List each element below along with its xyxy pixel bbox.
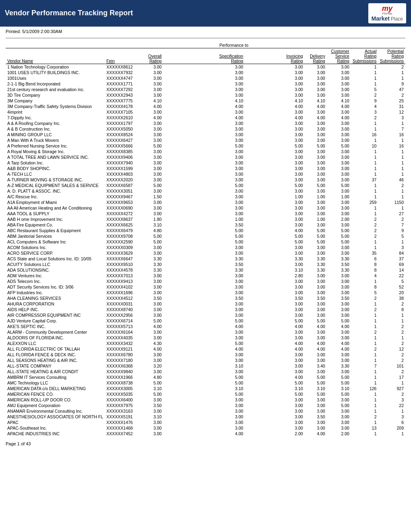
table-cell: 3.00: [245, 109, 305, 115]
table-cell: 52: [378, 284, 405, 290]
table-cell: 1: [378, 408, 405, 414]
table-cell: 3.00: [245, 307, 305, 312]
logo-area: my Florida Market Place: [368, 3, 406, 23]
table-cell: 3.00: [141, 408, 163, 414]
table-row: 7-Dippity Inc.XXXXXX26104.004.004.004.00…: [6, 115, 405, 121]
table-cell: 9: [378, 81, 405, 87]
table-cell: ACL Computers & Software Inc: [6, 239, 105, 245]
table-cell: 3.00: [305, 154, 327, 160]
table-cell: 3.00: [141, 205, 163, 211]
table-cell: XXXXXX7105: [105, 109, 141, 115]
table-cell: 2: [351, 414, 378, 420]
table-cell: XXXXXX7932: [105, 70, 141, 75]
table-cell: 9: [378, 228, 405, 233]
table-cell: 1: [378, 137, 405, 143]
table-row: A-TECH LLCXXXXXX48033.003.003.003.003.00…: [6, 171, 405, 177]
table-cell: 5.00: [327, 233, 351, 239]
table-cell: 3.00: [141, 171, 163, 177]
table-cell: 3.00: [163, 273, 245, 278]
table-cell: 1: [351, 121, 378, 126]
table-cell: 3.00: [327, 171, 351, 177]
table-row: AAB H ome Improvement Inc.XXXXXX86371.80…: [6, 216, 405, 222]
table-cell: 3.00: [327, 222, 351, 228]
table-cell: 3.00: [327, 188, 351, 194]
table-cell: 1001Uses: [6, 75, 105, 81]
table-cell: 3.50: [163, 262, 245, 267]
table-cell: 3.00: [305, 64, 327, 70]
table-cell: 4.00: [245, 374, 305, 380]
table-cell: 4.00: [141, 115, 163, 121]
table-cell: 4.10: [163, 98, 245, 104]
table-cell: 1: [351, 154, 378, 160]
table-cell: 3.00: [163, 250, 245, 256]
table-cell: 5.00: [163, 391, 245, 397]
table-row: A MINING GROUP LLCXXXXXX85243.003.003.00…: [6, 132, 405, 137]
table-cell: 4.00: [305, 324, 327, 329]
table-cell: 1: [351, 188, 378, 194]
table-cell: 3.00: [245, 363, 305, 369]
table-cell: 3.00: [305, 166, 327, 171]
table-cell: 3.00: [163, 177, 245, 183]
table-cell: 5.00: [327, 228, 351, 233]
table-cell: XXXXXX3163: [105, 408, 141, 414]
table-cell: 2.00: [327, 216, 351, 222]
table-cell: 3.00: [141, 425, 163, 431]
table-cell: ACRO SERVICE CORP.: [6, 250, 105, 256]
table-cell: XXXXXX7975: [105, 403, 141, 408]
table-cell: 3.00: [163, 81, 245, 87]
table-cell: 1: [351, 126, 378, 132]
table-cell: AFP Industries Inc.: [6, 290, 105, 295]
table-cell: 3.00: [327, 70, 351, 75]
table-cell: 69: [378, 262, 405, 267]
table-cell: 25: [378, 98, 405, 104]
col-header-potential: PotentialRatingSubmissions: [378, 48, 405, 64]
table-row: A-Z MEDICAL EQUIPMENT SALES & SERVICEXXX…: [6, 183, 405, 188]
table-cell: 3.00: [305, 149, 327, 154]
table-cell: 3.00: [245, 425, 305, 431]
table-row: AFP Industries Inc.XXXXXX16963.003.003.0…: [6, 290, 405, 295]
table-cell: 1: [351, 205, 378, 211]
table-cell: 1: [351, 369, 378, 374]
table-cell: 6: [378, 420, 405, 425]
table-cell: 3.00: [163, 109, 245, 115]
table-cell: 4.00: [245, 228, 305, 233]
table-cell: 3.00: [305, 357, 327, 363]
table-cell: 2: [351, 115, 378, 121]
table-cell: 3.00: [245, 132, 305, 137]
table-cell: 4.00: [245, 115, 305, 121]
table-cell: 3.00: [245, 64, 305, 70]
table-cell: 3: [378, 397, 405, 403]
table-cell: 3.00: [163, 369, 245, 374]
table-cell: 3.00: [327, 92, 351, 98]
table-cell: 3.00: [141, 160, 163, 166]
table-cell: 5: [378, 278, 405, 284]
table-cell: 3.00: [305, 200, 327, 205]
table-row: A Man With A Truck MoversXXXXXX64273.003…: [6, 137, 405, 143]
table-cell: 3.00: [141, 352, 163, 357]
table-cell: 3.50: [327, 262, 351, 267]
table-cell: 5.00: [141, 183, 163, 188]
table-cell: 2: [378, 216, 405, 222]
table-cell: 1: [378, 194, 405, 200]
table-cell: 3.00: [245, 171, 305, 177]
table-row: AA All American Heating and Air Conditio…: [6, 205, 405, 211]
table-cell: 1: [378, 239, 405, 245]
table-cell: 3.00: [163, 245, 245, 250]
table-cell: 1: [351, 352, 378, 357]
table-cell: 3.00: [163, 403, 245, 408]
table-cell: A & B Construction Inc.: [6, 126, 105, 132]
table-cell: AA All American Heating and Air Conditio…: [6, 205, 105, 211]
table-cell: 3.00: [245, 335, 305, 341]
table-cell: AMBRM IT Services Consulting: [6, 374, 105, 380]
table-cell: 1: [378, 171, 405, 177]
table-cell: 3.00: [245, 177, 305, 183]
table-cell: 5.00: [245, 143, 305, 149]
table-cell: 5.00: [327, 380, 351, 386]
table-cell: 3.50: [141, 295, 163, 301]
table-cell: 3.00: [163, 408, 245, 414]
table-row: AIR COMPRESSOR EQUIPMENT INCXXXXXX29563.…: [6, 312, 405, 318]
table-cell: 5: [351, 87, 378, 92]
table-cell: 3.00: [305, 75, 327, 81]
col-overall-rating: [141, 42, 163, 48]
table-row: 3D Tire CompanyXXXXXX29433.003.003.003.0…: [6, 92, 405, 98]
